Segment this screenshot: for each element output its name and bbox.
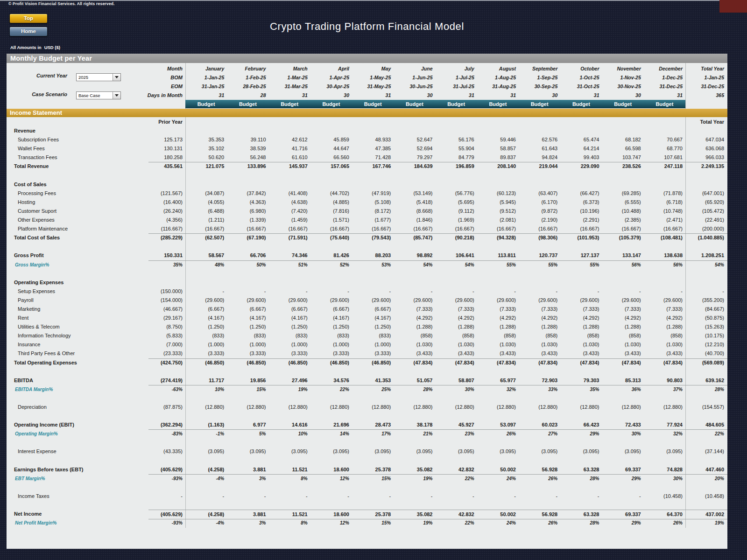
cell-value: (858) (644, 331, 685, 340)
header-row-label: Month (7, 64, 185, 73)
cell-value: 8% (269, 518, 310, 527)
cell-value (148, 483, 185, 492)
cell-value: 90.803 (644, 376, 685, 385)
cell-value: (12.880) (602, 403, 644, 412)
cell-value: 22% (436, 518, 477, 527)
case-scenario-dropdown[interactable]: Base Case (76, 91, 121, 99)
cell-value: 14.616 (269, 420, 310, 430)
cell-value: (2.385) (602, 216, 644, 224)
budget-cell: Budget (352, 100, 394, 108)
cell-value: (4.638) (269, 198, 310, 207)
cell-value (602, 412, 644, 420)
cell-value: (29.600) (436, 296, 477, 305)
row-platform-maintenance: Platform Maintenance(116.667)(16.667)(16… (7, 224, 727, 233)
section-bar: Monthly Budget per Year (7, 54, 727, 63)
cell-value: (7.333) (477, 305, 519, 314)
cell-value: 64.214 (560, 144, 602, 153)
cell-value: (47.834) (436, 358, 477, 367)
cell-value: (858) (436, 331, 477, 340)
cell-value: 52.694 (394, 144, 435, 153)
cell-value: (1.030) (477, 340, 519, 349)
cell-value (519, 171, 560, 180)
row-label (7, 367, 148, 376)
cell-value: (46.850) (310, 358, 352, 367)
cell-value: (1.030) (436, 340, 477, 349)
cell-value: 55.904 (436, 144, 477, 153)
cell-value: (2.081) (477, 216, 519, 224)
cell-value: 636.068 (685, 144, 727, 153)
cell-value (477, 118, 519, 126)
chevron-down-icon[interactable] (113, 92, 120, 99)
cell-value (310, 456, 352, 465)
cell-value (644, 501, 685, 510)
cell-value (436, 126, 477, 135)
cell-value (477, 171, 519, 180)
row-label: Setup Expenses (7, 287, 148, 296)
cell-value: 21.696 (310, 420, 352, 430)
cell-value: 6.977 (227, 420, 268, 430)
cell-value: 35.353 (185, 135, 227, 144)
cell-value: (108.481) (644, 233, 685, 242)
band-spacer (7, 100, 185, 108)
row-label: Rent (7, 314, 148, 322)
row-label: Marketing (7, 305, 148, 314)
cell-value (310, 126, 352, 135)
cell-value: 26% (644, 518, 685, 527)
cell-value: (47.834) (644, 358, 685, 367)
cell-value: 38.539 (227, 144, 268, 153)
total-year-header-cell: 365 (685, 91, 727, 100)
cell-value: (1.040.885) (685, 233, 727, 242)
cell-value: (7.333) (436, 305, 477, 314)
cell-value: (833) (310, 331, 352, 340)
budget-cell: Budget (310, 100, 352, 108)
cell-value (269, 367, 310, 376)
cell-value (227, 456, 268, 465)
cell-value: (10.458) (644, 492, 685, 501)
cell-value: 84.779 (436, 153, 477, 162)
cell-value: (4.292) (644, 314, 685, 322)
budget-cell: Budget (269, 100, 310, 108)
month-header-cell: 1-Aug-25 (477, 73, 519, 82)
cell-value: 69.337 (602, 510, 644, 519)
cell-value: -63% (148, 385, 185, 394)
month-header-cell: 30-Apr-25 (310, 82, 352, 91)
cell-value (436, 180, 477, 189)
cell-value: 35.082 (394, 510, 435, 519)
cell-value: (200.000) (685, 224, 727, 234)
cell-value (269, 456, 310, 465)
cell-value (560, 118, 602, 126)
cell-value: (3.333) (352, 349, 394, 358)
row-label: Information Technology (7, 331, 148, 340)
cell-value: 21% (394, 429, 435, 438)
cell-value: 85.313 (602, 376, 644, 385)
cell-value: (1.250) (269, 322, 310, 331)
month-header-cell: 31 (436, 91, 477, 100)
month-header-cell: 31 (560, 91, 602, 100)
cell-value: (3.333) (227, 349, 268, 358)
current-year-dropdown[interactable]: 2025 (76, 73, 121, 81)
cell-value: 20% (685, 474, 727, 483)
chevron-down-icon[interactable] (113, 74, 120, 81)
cell-value: Total Year (685, 118, 727, 126)
row-label: Processing Fees (7, 189, 148, 198)
cell-value: (3.433) (644, 349, 685, 358)
cell-value: (4.258) (185, 465, 227, 475)
cell-value: (10.458) (685, 492, 727, 501)
cell-value (352, 126, 394, 135)
cell-value: 36% (602, 385, 644, 394)
cell-value: (29.600) (394, 296, 435, 305)
cell-value: (3.095) (519, 447, 560, 456)
amounts-label: All Amounts inUSD ($) (10, 45, 60, 50)
row-label: Customer Suport (7, 207, 148, 216)
row-depreciation: Depreciation(87.875)(12.880)(12.880)(12.… (7, 403, 727, 412)
month-header-cell: August (477, 64, 519, 73)
cell-value: 2.249.135 (685, 162, 727, 171)
cell-value: (6.667) (352, 305, 394, 314)
row-ebt-margin: EBT Margin%-93%-4%3%8%12%15%19%22%24%26%… (7, 474, 727, 483)
cell-value: (66.427) (560, 189, 602, 198)
budget-cell: Budget (602, 100, 644, 108)
cell-value: 79.303 (560, 376, 602, 385)
cell-value: (16.667) (310, 224, 352, 234)
cell-value: (12.880) (185, 403, 227, 412)
cell-value (560, 394, 602, 403)
